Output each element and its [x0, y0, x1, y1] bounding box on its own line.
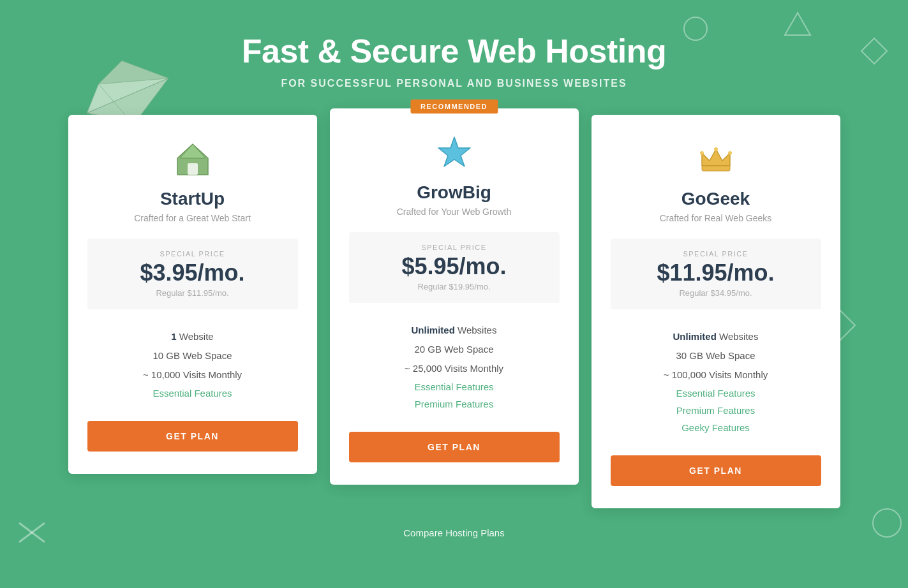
startup-subtitle: Crafted for a Great Web Start	[87, 213, 298, 223]
startup-visits: ~ 10,000 Visits Monthly	[87, 365, 298, 385]
startup-plan-wrapper: StartUp Crafted for a Great Web Start SP…	[68, 115, 317, 474]
gogeek-websites: Unlimited Websites	[611, 327, 821, 346]
startup-price-box: SPECIAL PRICE $3.95/mo. Regular $11.95/m…	[87, 239, 298, 309]
growbig-premium-features-link[interactable]: Premium Features	[349, 395, 560, 413]
gogeek-space: 30 GB Web Space	[611, 346, 821, 365]
growbig-card: GrowBig Crafted for Your Web Growth SPEC…	[330, 108, 579, 485]
svg-marker-17	[438, 137, 470, 166]
startup-regular-price: Regular $11.95/mo.	[100, 288, 285, 298]
startup-card: StartUp Crafted for a Great Web Start SP…	[68, 115, 317, 474]
svg-point-20	[700, 151, 704, 155]
gogeek-essential-features-link[interactable]: Essential Features	[611, 385, 821, 402]
startup-space: 10 GB Web Space	[87, 346, 298, 365]
startup-features: 1 Website 10 GB Web Space ~ 10,000 Visit…	[87, 327, 298, 402]
growbig-essential-features-link[interactable]: Essential Features	[349, 378, 560, 395]
gogeek-premium-features-link[interactable]: Premium Features	[611, 402, 821, 419]
startup-icon	[174, 140, 212, 179]
growbig-icon	[435, 134, 473, 172]
gogeek-get-plan-button[interactable]: GET PLAN	[611, 455, 821, 486]
growbig-space: 20 GB Web Space	[349, 340, 560, 359]
gogeek-visits: ~ 100,000 Visits Monthly	[611, 365, 821, 385]
growbig-subtitle: Crafted for Your Web Growth	[349, 207, 560, 217]
gogeek-regular-price: Regular $34.95/mo.	[623, 288, 808, 298]
svg-point-21	[714, 147, 718, 151]
growbig-websites: Unlimited Websites	[349, 321, 560, 340]
gogeek-price-label: SPECIAL PRICE	[623, 250, 808, 258]
gogeek-price: $11.95/mo.	[623, 260, 808, 286]
growbig-price-box: SPECIAL PRICE $5.95/mo. Regular $19.95/m…	[349, 232, 560, 303]
gogeek-price-box: SPECIAL PRICE $11.95/mo. Regular $34.95/…	[611, 239, 821, 309]
svg-rect-16	[188, 163, 198, 175]
growbig-plan-wrapper: RECOMMENDED GrowBig Crafted for Your Web…	[330, 108, 579, 485]
growbig-title: GrowBig	[349, 182, 560, 203]
compare-hosting-link[interactable]: Compare Hosting Plans	[0, 508, 908, 557]
startup-title: StartUp	[87, 189, 298, 209]
gogeek-subtitle: Crafted for Real Web Geeks	[611, 213, 821, 223]
growbig-features: Unlimited Websites 20 GB Web Space ~ 25,…	[349, 321, 560, 413]
gogeek-geeky-features-link[interactable]: Geeky Features	[611, 419, 821, 436]
svg-marker-15	[180, 144, 205, 158]
gogeek-plan-wrapper: GoGeek Crafted for Real Web Geeks SPECIA…	[592, 115, 840, 508]
startup-websites: 1 Website	[87, 327, 298, 346]
svg-marker-18	[702, 149, 730, 166]
startup-get-plan-button[interactable]: GET PLAN	[87, 421, 298, 452]
hero-section: Fast & Secure Web Hosting FOR SUCCESSFUL…	[0, 0, 908, 115]
growbig-regular-price: Regular $19.95/mo.	[362, 282, 547, 291]
growbig-get-plan-button[interactable]: GET PLAN	[349, 432, 560, 462]
pricing-cards: StartUp Crafted for a Great Web Start SP…	[0, 115, 908, 508]
growbig-visits: ~ 25,000 Visits Monthly	[349, 359, 560, 378]
startup-price: $3.95/mo.	[100, 260, 285, 286]
recommended-badge: RECOMMENDED	[410, 99, 498, 114]
gogeek-title: GoGeek	[611, 189, 821, 209]
growbig-price: $5.95/mo.	[362, 254, 547, 279]
svg-rect-19	[702, 166, 730, 171]
hero-title: Fast & Secure Web Hosting	[13, 32, 895, 70]
gogeek-icon	[697, 140, 735, 179]
gogeek-features: Unlimited Websites 30 GB Web Space ~ 100…	[611, 327, 821, 436]
gogeek-card: GoGeek Crafted for Real Web Geeks SPECIA…	[592, 115, 840, 508]
startup-price-label: SPECIAL PRICE	[100, 250, 285, 258]
svg-point-22	[728, 151, 732, 155]
hero-subtitle: FOR SUCCESSFUL PERSONAL AND BUSINESS WEB…	[13, 78, 895, 89]
growbig-price-label: SPECIAL PRICE	[362, 244, 547, 251]
startup-essential-features-link[interactable]: Essential Features	[87, 385, 298, 402]
